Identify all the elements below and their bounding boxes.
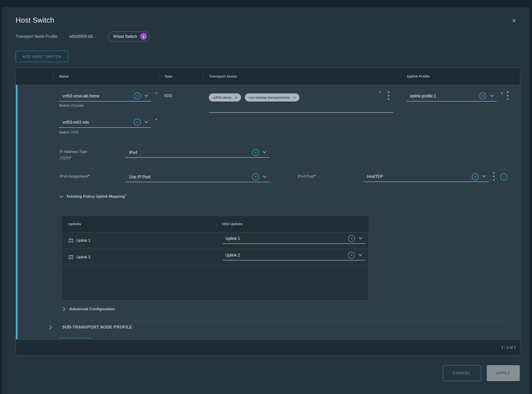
divider	[60, 144, 510, 144]
grid-header-spacer	[16, 68, 53, 85]
chip-label: nsx-overlay-transportzone	[248, 95, 290, 100]
vds-caption: Select VDS	[59, 130, 78, 135]
chevron-right-icon	[47, 325, 52, 329]
advanced-configuration-toggle[interactable]: Advanced Configuration	[62, 307, 510, 311]
column-header-type: Type	[159, 68, 203, 85]
host-switch-grid: Name Type Transport Zones Uplink Profile…	[16, 67, 520, 356]
add-host-switch-button[interactable]: ADD HOST SWITCH	[16, 51, 68, 62]
chip-label: vcf03-vlantz	[213, 95, 232, 100]
ipv4-assignment-select[interactable]: Use IP Pool ✕	[126, 172, 269, 182]
chevron-down-icon[interactable]	[145, 93, 148, 97]
transport-zones-underline	[209, 112, 393, 113]
page-background: Host Switch ✕ Transport Node Profile a90…	[0, 0, 532, 394]
chevron-right-icon	[61, 307, 66, 311]
ip-type-select[interactable]: IPv4 ✕	[126, 148, 269, 158]
vcenter-caption: Select vCenter	[59, 103, 84, 108]
ipv4-pool-select[interactable]: HostTEP ✕	[364, 172, 489, 182]
required-mark: *	[156, 91, 157, 96]
chevron-down-icon[interactable]	[145, 119, 148, 123]
grid-footer: 1 - 1 of 1	[16, 339, 520, 355]
type-value: VDS	[164, 93, 172, 98]
vds-uplink-1-value: Uplink 1	[225, 236, 240, 241]
vcenter-select[interactable]: vcf03-vcsa.lab.home ✕ *	[59, 91, 151, 102]
required-mark: *	[156, 118, 157, 123]
transport-zone-chip[interactable]: vcf03-vlantz ✕	[209, 93, 241, 102]
chevron-down-icon[interactable]	[490, 93, 494, 97]
clear-icon[interactable]: ✕	[252, 173, 259, 180]
clear-icon[interactable]: ✕	[134, 119, 141, 126]
badge-count: 1	[140, 33, 147, 40]
divider	[60, 320, 510, 321]
uplink-profile-value: uplink-profile.1	[410, 94, 436, 98]
column-header-uplink-profile: Uplink Profile	[401, 68, 520, 85]
host-switch-dialog: Host Switch ✕ Transport Node Profile a90…	[2, 7, 530, 394]
chevron-down-icon[interactable]	[263, 150, 266, 153]
ip-type-label: IP Address Type (TEP)*	[60, 149, 87, 161]
section-rule	[135, 197, 510, 197]
ipv4-pool-label: IPv4 Pool*	[298, 173, 316, 179]
required-mark: *	[88, 174, 90, 179]
vds-uplink-1-select[interactable]: Uplink 1 ✕	[223, 234, 365, 244]
teaming-policy-title: Teaming Policy Uplink Mapping	[66, 194, 125, 199]
row-selection-bar	[16, 85, 18, 339]
advanced-configuration-title: Advanced Configuration	[69, 307, 115, 311]
required-mark: *	[379, 90, 380, 95]
chevron-down-icon[interactable]	[263, 174, 266, 178]
clipped-button[interactable]	[58, 338, 91, 340]
badge-label: #Host Switch	[113, 34, 137, 39]
chevron-down-icon[interactable]	[359, 252, 362, 256]
chevron-down-icon[interactable]	[482, 174, 486, 177]
pagination-text: 1 - 1 of 1	[501, 346, 516, 350]
ipv4-pool-menu-icon[interactable]	[492, 171, 496, 181]
teaming-policy-section-toggle[interactable]: Teaming Policy Uplink Mapping *	[60, 194, 510, 199]
clear-icon[interactable]: ✕	[348, 252, 355, 259]
transport-zone-chip[interactable]: nsx-overlay-transportzone ✕	[245, 93, 299, 102]
sub-transport-node-profile-title: SUB-TRANSPORT NODE PROFILE	[62, 325, 132, 330]
uplink-row-1: Uplink 1 Uplink 1 ✕	[61, 232, 369, 249]
ip-type-value: IPv4	[129, 150, 137, 155]
clear-icon[interactable]: ✕	[479, 93, 486, 99]
vds-select[interactable]: vcf03-m01-vds ✕ *	[59, 117, 151, 128]
column-header-vds-uplinks: VDS Uplinks	[216, 216, 369, 232]
vds-uplink-2-select[interactable]: Uplink 2 ✕	[223, 250, 365, 260]
section-rule	[124, 309, 510, 309]
nic-port-icon	[68, 238, 74, 243]
column-header-name: Name	[53, 68, 159, 85]
transport-node-profile-label: Transport Node Profile	[16, 34, 57, 39]
uplink-mapping-table: Uplinks VDS Uplinks Uplink 1 Uplink	[61, 216, 369, 301]
required-mark: *	[70, 156, 71, 160]
column-header-uplinks: Uplinks	[61, 216, 216, 232]
uplink-profile-select[interactable]: uplink-profile.1 ✕ *	[406, 91, 497, 102]
required-mark: *	[314, 174, 316, 179]
uplink-1-label: Uplink 1	[61, 238, 90, 243]
close-icon[interactable]: ✕	[509, 16, 519, 26]
clear-icon[interactable]: ✕	[472, 173, 479, 180]
ipv4-assignment-label: IPv4 Assignment*	[60, 173, 90, 179]
transport-zone-chips: vcf03-vlantz ✕ nsx-overlay-transportzone…	[209, 93, 299, 102]
required-mark: *	[501, 91, 503, 96]
uplink-profile-menu-icon[interactable]	[506, 90, 509, 101]
sub-transport-node-profile-toggle[interactable]: SUB-TRANSPORT NODE PROFILE	[48, 325, 132, 330]
vcenter-value: vcf03-vcsa.lab.home	[62, 94, 100, 98]
apply-button[interactable]: APPLY	[487, 365, 520, 381]
nic-port-icon	[68, 255, 74, 260]
host-switch-count-badge: #Host Switch 1	[108, 32, 150, 41]
required-mark: *	[125, 193, 127, 198]
info-icon[interactable]: i	[500, 173, 507, 180]
chip-remove-icon[interactable]: ✕	[293, 96, 296, 99]
vds-value: vcf03-m01-vds	[62, 120, 89, 125]
column-header-transport-zones: Transport Zones	[203, 68, 401, 85]
chevron-down-icon[interactable]	[359, 236, 362, 239]
uplink-row-2: Uplink 2 Uplink 2 ✕	[61, 249, 369, 265]
chip-remove-icon[interactable]: ✕	[235, 96, 238, 99]
clear-icon[interactable]: ✕	[348, 235, 355, 242]
clear-icon[interactable]: ✕	[134, 93, 141, 99]
clear-icon[interactable]: ✕	[252, 149, 259, 156]
ipv4-assignment-value: Use IP Pool	[129, 175, 150, 179]
ipv4-pool-value: HostTEP	[367, 174, 383, 179]
divider	[60, 190, 510, 191]
host-switch-row: vcf03-vcsa.lab.home ✕ * Select vCenter v…	[16, 85, 520, 339]
transport-zones-menu-icon[interactable]	[387, 90, 390, 101]
transport-node-profile-value: a90d950f-68...	[69, 34, 96, 39]
cancel-button[interactable]: CANCEL	[443, 365, 481, 381]
